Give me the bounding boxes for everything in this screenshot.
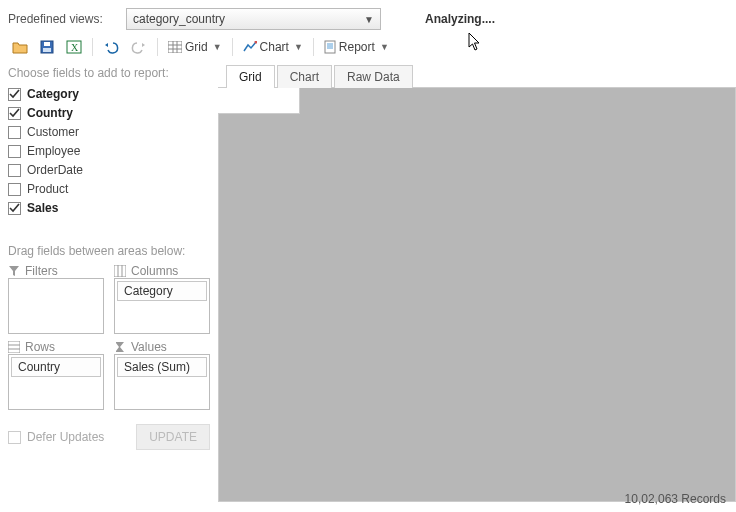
checkbox-icon [8,202,21,215]
chart-button-label: Chart [260,40,289,54]
records-status: 10,02,063 Records [625,492,726,506]
field-checkbox-category[interactable]: Category [8,86,210,102]
open-folder-button[interactable] [8,38,32,56]
chart-dropdown-button[interactable]: Chart ▼ [239,38,307,56]
field-list: CategoryCountryCustomerEmployeeOrderDate… [8,86,210,222]
chevron-down-icon: ▼ [213,42,222,52]
field-label: Employee [27,144,80,158]
field-checkbox-orderdate[interactable]: OrderDate [8,162,210,178]
redo-button[interactable] [127,38,151,56]
values-area-header: Values [114,340,210,354]
save-button[interactable] [36,38,58,56]
drag-fields-hint: Drag fields between areas below: [8,244,210,258]
checkbox-icon [8,431,21,444]
field-label: Product [27,182,68,196]
values-label: Values [131,340,167,354]
analyzing-status: Analyzing.... [425,12,495,26]
field-label: Customer [27,125,79,139]
toolbar-separator [313,38,314,56]
field-label: Country [27,106,73,120]
row-field-tag[interactable]: Country [11,357,101,377]
rows-area-header: Rows [8,340,104,354]
tab-grid[interactable]: Grid [226,65,275,88]
chevron-down-icon: ▼ [380,42,389,52]
toolbar-separator [157,38,158,56]
field-label: Category [27,87,79,101]
update-button: UPDATE [136,424,210,450]
column-field-tag[interactable]: Category [117,281,207,301]
field-checkbox-product[interactable]: Product [8,181,210,197]
main-toolbar: X Grid ▼ Chart ▼ Report ▼ [0,34,736,64]
chevron-down-icon: ▼ [294,42,303,52]
field-checkbox-sales[interactable]: Sales [8,200,210,216]
view-tabs: Grid Chart Raw Data [218,64,736,88]
predefined-views-value: category_country [133,12,225,26]
checkbox-icon [8,126,21,139]
svg-rect-15 [114,265,126,277]
svg-rect-5 [168,41,182,53]
tab-chart[interactable]: Chart [277,65,332,88]
columns-icon [114,265,126,277]
checkbox-icon [8,164,21,177]
columns-label: Columns [131,264,178,278]
chevron-down-icon: ▼ [364,14,374,25]
checkbox-icon [8,88,21,101]
field-checkbox-customer[interactable]: Customer [8,124,210,140]
report-button-label: Report [339,40,375,54]
field-label: Sales [27,201,58,215]
filter-icon [8,265,20,277]
filters-dropzone[interactable] [8,278,104,334]
report-icon [324,40,336,54]
filters-label: Filters [25,264,58,278]
sigma-icon [114,341,126,353]
checkbox-icon [8,183,21,196]
checkbox-icon [8,145,21,158]
checkbox-icon [8,107,21,120]
field-label: OrderDate [27,163,83,177]
grid-dropdown-button[interactable]: Grid ▼ [164,38,226,56]
columns-dropzone[interactable]: Category [114,278,210,334]
svg-rect-18 [8,341,20,353]
field-checkbox-country[interactable]: Country [8,105,210,121]
filters-area-header: Filters [8,264,104,278]
grid-view-area [218,88,736,502]
toolbar-separator [92,38,93,56]
columns-area-header: Columns [114,264,210,278]
tab-rawdata[interactable]: Raw Data [334,65,413,88]
defer-updates-label: Defer Updates [27,430,104,444]
toolbar-separator [232,38,233,56]
rows-icon [8,341,20,353]
predefined-views-label: Predefined views: [8,12,118,26]
svg-rect-2 [43,48,51,52]
rows-label: Rows [25,340,55,354]
chart-icon [243,41,257,53]
svg-rect-1 [44,42,50,46]
defer-updates-checkbox[interactable]: Defer Updates [8,430,104,444]
value-field-tag[interactable]: Sales (Sum) [117,357,207,377]
grid-button-label: Grid [185,40,208,54]
grid-icon [168,41,182,53]
undo-button[interactable] [99,38,123,56]
field-checkbox-employee[interactable]: Employee [8,143,210,159]
report-dropdown-button[interactable]: Report ▼ [320,38,393,56]
rows-dropzone[interactable]: Country [8,354,104,410]
values-dropzone[interactable]: Sales (Sum) [114,354,210,410]
predefined-views-select[interactable]: category_country ▼ [126,8,381,30]
svg-text:X: X [71,42,79,53]
export-excel-button[interactable]: X [62,38,86,56]
choose-fields-hint: Choose fields to add to report: [8,66,210,80]
svg-rect-11 [325,41,335,53]
